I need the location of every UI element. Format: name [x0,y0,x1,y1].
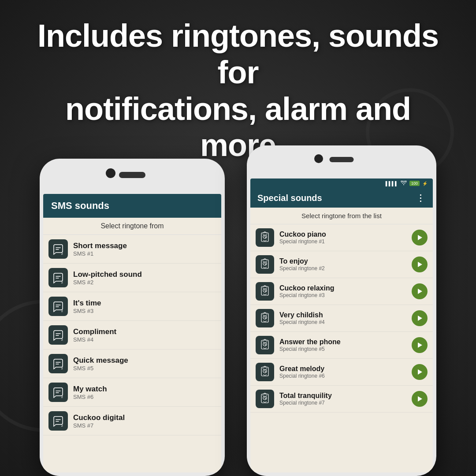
svg-marker-10 [418,235,422,240]
cuckoo-clock-icon-1 [256,228,274,247]
sms-info-6: My watch SMS #6 [73,385,107,400]
cuckoo-clock-icon-5 [256,336,274,354]
signal-icon: ▌▌▌▌ [386,181,398,186]
sms-icon-6: z [48,383,68,402]
list-item[interactable]: Answer the phone Special ringtone #5 [250,332,433,359]
play-button-4[interactable] [412,310,428,326]
special-app-header: Special sounds ⋮ [250,188,433,208]
play-button-6[interactable] [412,364,428,380]
svg-point-7 [403,184,404,185]
list-item[interactable]: Total tranquility Special ringtone #7 [250,386,433,413]
camera-right [314,154,323,163]
cuckoo-clock-icon-4 [256,309,274,327]
sms-info-5: Quick message SMS #5 [73,356,128,372]
charge-icon: ⚡ [422,181,428,186]
svg-rect-17 [261,313,268,322]
play-button-5[interactable] [412,337,428,353]
battery-icon: 100 [409,181,420,186]
play-button-7[interactable] [412,391,428,407]
special-info-2: To enjoy Special ringtone #2 [279,257,412,271]
list-item[interactable]: Very childish Special ringtone #4 [250,305,433,332]
special-header-title: Special sounds [257,193,322,203]
svg-marker-22 [418,342,422,348]
svg-marker-25 [418,369,422,375]
svg-rect-8 [261,233,268,242]
list-item[interactable]: Cuckoo piano Special ringtone #1 [250,224,433,251]
svg-text:z: z [61,338,63,342]
special-info-4: Very childish Special ringtone #4 [279,311,412,325]
list-item[interactable]: z My watch SMS #6 [43,378,221,407]
svg-marker-13 [418,262,422,267]
svg-marker-19 [418,316,422,321]
notch-right [330,157,354,162]
special-info-3: Cuckoo relaxing Special ringtone #3 [279,284,412,298]
status-bar: ▌▌▌▌ 100 ⚡ [250,178,433,188]
list-item[interactable]: To enjoy Special ringtone #2 [250,251,433,278]
sms-info-2: Low-pitched sound SMS #2 [73,270,142,286]
phone-left: SMS sounds Select ringtone from z Short … [40,159,225,476]
list-item[interactable]: z Cuckoo digital SMS #7 [43,407,221,435]
svg-marker-16 [418,289,422,294]
list-item[interactable]: z Short message SMS #1 [43,235,221,264]
menu-dots-icon[interactable]: ⋮ [416,193,426,203]
screen-left: SMS sounds Select ringtone from z Short … [43,194,221,472]
special-subheader: Select ringtone from the list [250,208,433,224]
svg-rect-23 [261,367,268,376]
svg-text:z: z [61,252,63,256]
sms-app-header: SMS sounds [43,194,221,218]
svg-rect-14 [261,286,268,295]
screen-right: ▌▌▌▌ 100 ⚡ Special sounds ⋮ Select ringt… [250,178,433,472]
wifi-icon [401,181,407,186]
sms-subheader: Select ringtone from [43,218,221,235]
sms-icon-7: z [48,411,68,431]
svg-rect-11 [261,260,268,268]
special-info-7: Total tranquility Special ringtone #7 [279,392,412,406]
svg-text:z: z [61,424,63,428]
sms-header-title: SMS sounds [51,200,109,211]
sms-info-4: Compliment SMS #4 [73,327,116,343]
svg-text:z: z [61,366,63,370]
phones-container: SMS sounds Select ringtone from z Short … [40,132,436,476]
sms-icon-3: z [48,297,68,316]
phone-right: ▌▌▌▌ 100 ⚡ Special sounds ⋮ Select ringt… [247,145,436,476]
svg-text:z: z [61,395,63,399]
list-item[interactable]: z Low-pitched sound SMS #2 [43,264,221,292]
sms-info-7: Cuckoo digital SMS #7 [73,413,125,429]
list-item[interactable]: Great melody Special ringtone #6 [250,359,433,386]
special-info-1: Cuckoo piano Special ringtone #1 [279,231,412,245]
list-item[interactable]: z It's time SMS #3 [43,292,221,321]
special-info-5: Answer the phone Special ringtone #5 [279,338,412,352]
list-item[interactable]: Cuckoo relaxing Special ringtone #3 [250,278,433,305]
svg-text:z: z [61,309,63,313]
cuckoo-clock-icon-3 [256,282,274,301]
sms-icon-2: z [48,268,68,287]
play-button-3[interactable] [412,283,428,299]
play-button-1[interactable] [412,230,428,245]
svg-text:z: z [61,280,63,284]
sms-icon-4: z [48,325,68,345]
list-item[interactable]: z Compliment SMS #4 [43,321,221,350]
special-info-6: Great melody Special ringtone #6 [279,365,412,379]
play-button-2[interactable] [412,257,428,272]
sms-info-1: Short message SMS #1 [73,242,127,257]
sms-icon-5: z [48,354,68,373]
cuckoo-clock-icon-2 [256,255,274,274]
notch-left [119,172,145,178]
camera-left [106,168,115,178]
svg-rect-26 [261,394,268,403]
sms-info-3: It's time SMS #3 [73,299,101,314]
svg-rect-20 [261,340,268,349]
cuckoo-clock-icon-7 [256,390,274,408]
sms-icon-1: z [48,239,68,259]
list-item[interactable]: z Quick message SMS #5 [43,350,221,378]
cuckoo-clock-icon-6 [256,363,274,381]
svg-marker-28 [418,396,422,402]
